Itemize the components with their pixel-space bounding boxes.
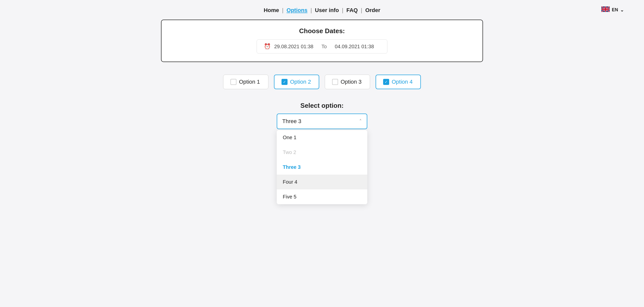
date-range-input[interactable]: ⏰ 29.08.2021 01:38 To 04.09.2021 01:38 xyxy=(257,39,387,54)
dropdown-option-five5[interactable]: Five 5 xyxy=(277,189,367,204)
checkbox-item-2[interactable]: Option 3 xyxy=(325,75,370,89)
date-from: 29.08.2021 01:38 xyxy=(274,44,313,49)
dropdown-option-one1[interactable]: One 1 xyxy=(277,130,367,145)
checkbox-label-3: Option 4 xyxy=(392,79,413,85)
lang-selector[interactable]: EN ⌄ xyxy=(601,7,624,13)
checkbox-item-0[interactable]: Option 1 xyxy=(223,75,268,89)
nav-item-order[interactable]: Order xyxy=(365,7,380,14)
nav-item-options[interactable]: Options xyxy=(287,7,307,14)
nav-bar: Home | Options | User info | FAQ | Order… xyxy=(0,0,644,20)
nav-separator: | xyxy=(282,7,284,14)
date-picker-box: Choose Dates: ⏰ 29.08.2021 01:38 To 04.0… xyxy=(161,20,483,62)
dropdown-option-two2: Two 2 xyxy=(277,145,367,160)
dropdown-menu: One 1Two 2Three 3Four 4Five 5 xyxy=(277,130,367,204)
checkbox-label-1: Option 2 xyxy=(290,79,311,85)
chevron-up-icon: ˄ xyxy=(359,118,362,124)
checkbox-box-1: ✓ xyxy=(281,79,288,85)
checkbox-box-3: ✓ xyxy=(383,79,389,85)
nav-separator: | xyxy=(310,7,312,14)
select-section: Select option: Three 3 ˄ One 1Two 2Three… xyxy=(161,102,483,129)
lang-label: EN xyxy=(612,7,618,13)
date-to-label: To xyxy=(321,44,327,49)
checkbox-item-3[interactable]: ✓Option 4 xyxy=(376,75,421,89)
checkbox-item-1[interactable]: ✓Option 2 xyxy=(274,75,319,89)
date-picker-title: Choose Dates: xyxy=(171,27,473,35)
checkbox-box-0 xyxy=(230,79,236,85)
clock-icon: ⏰ xyxy=(264,43,271,50)
select-trigger[interactable]: Three 3 ˄ xyxy=(277,114,367,129)
main-content: Choose Dates: ⏰ 29.08.2021 01:38 To 04.0… xyxy=(146,20,498,129)
select-current-value: Three 3 xyxy=(282,118,301,125)
nav-item-home[interactable]: Home xyxy=(264,7,279,14)
select-label: Select option: xyxy=(300,102,344,110)
checkbox-row: Option 1✓Option 2Option 3✓Option 4 xyxy=(161,75,483,89)
dropdown-option-four4[interactable]: Four 4 xyxy=(277,175,367,189)
nav-item-faq[interactable]: FAQ xyxy=(346,7,358,14)
checkbox-box-2 xyxy=(332,79,338,85)
date-input-row: ⏰ 29.08.2021 01:38 To 04.09.2021 01:38 xyxy=(171,39,473,54)
flag-icon xyxy=(601,7,610,13)
checkbox-label-0: Option 1 xyxy=(239,79,260,85)
nav-items: Home | Options | User info | FAQ | Order xyxy=(264,7,380,14)
select-dropdown-wrapper: Three 3 ˄ One 1Two 2Three 3Four 4Five 5 xyxy=(277,114,367,129)
nav-separator: | xyxy=(342,7,343,14)
nav-item-userinfo[interactable]: User info xyxy=(315,7,339,14)
checkmark-icon: ✓ xyxy=(385,80,388,84)
nav-separator: | xyxy=(361,7,362,14)
lang-chevron-icon: ⌄ xyxy=(620,7,624,13)
checkbox-label-2: Option 3 xyxy=(341,79,361,85)
dropdown-option-three3[interactable]: Three 3 xyxy=(277,160,367,175)
date-to-value: 04.09.2021 01:38 xyxy=(335,44,374,49)
checkmark-icon: ✓ xyxy=(283,80,286,84)
